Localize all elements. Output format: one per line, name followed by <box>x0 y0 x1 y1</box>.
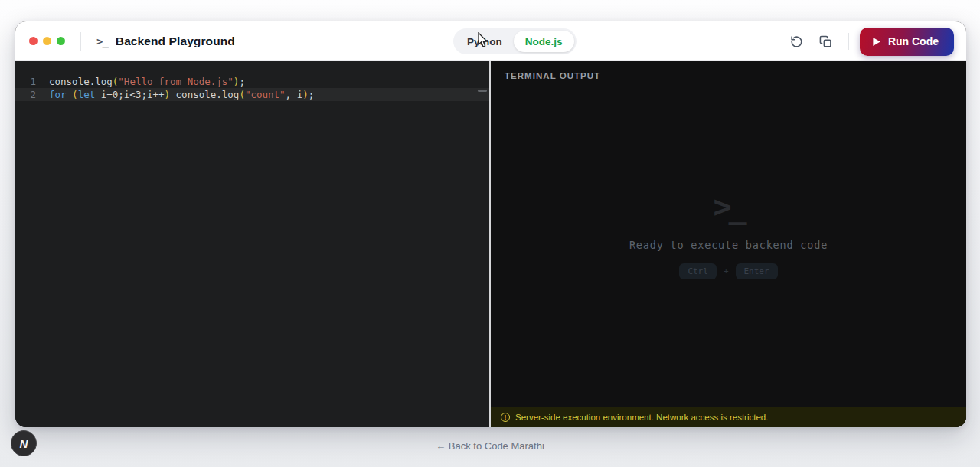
terminal-output-header: TERMINAL OUTPUT <box>491 61 966 90</box>
page-title: Backend Playground <box>116 34 235 48</box>
actions-divider <box>848 33 849 50</box>
shortcut-hint: Ctrl + Enter <box>679 263 777 279</box>
header-divider <box>80 32 81 51</box>
workspace: 1console.log("Hello from Node.js");2for … <box>15 61 966 427</box>
back-to-code-marathi-link[interactable]: ← Back to Code Marathi <box>0 440 980 452</box>
code-lines: 1console.log("Hello from Node.js");2for … <box>15 75 489 101</box>
editor-scrollbar-thumb[interactable] <box>478 90 487 92</box>
code-line[interactable]: 1console.log("Hello from Node.js"); <box>15 75 489 88</box>
traffic-light-dot[interactable] <box>43 37 51 45</box>
code-line-text: for (let i=0;i<3;i++) console.log("count… <box>49 88 314 101</box>
reset-icon[interactable] <box>786 30 808 53</box>
header-actions: Run Code <box>786 21 954 61</box>
traffic-light-dot[interactable] <box>29 37 38 45</box>
play-icon <box>872 37 881 47</box>
line-number: 1 <box>15 75 49 88</box>
terminal-prompt-icon: >_ <box>96 35 108 47</box>
terminal-placeholder-area: >_ Ready to execute backend code Ctrl + … <box>491 90 966 407</box>
restriction-warning-text: Server-side execution environment. Netwo… <box>515 413 768 422</box>
run-code-button[interactable]: Run Code <box>860 28 954 56</box>
playground-window: >_ Backend Playground Python Node.js <box>15 21 966 427</box>
traffic-lights[interactable] <box>29 37 65 45</box>
tab-nodejs[interactable]: Node.js <box>514 31 574 52</box>
run-code-label: Run Code <box>888 35 939 47</box>
language-tab-group: Python Node.js <box>453 28 577 54</box>
tab-python[interactable]: Python <box>456 31 514 52</box>
terminal-ready-message: Ready to execute backend code <box>629 239 828 251</box>
kbd-ctrl: Ctrl <box>679 263 717 279</box>
terminal-prompt-large-icon: >_ <box>713 191 743 222</box>
code-line-text: console.log("Hello from Node.js"); <box>49 75 245 88</box>
info-icon: ! <box>501 413 510 422</box>
kbd-enter: Enter <box>736 263 778 279</box>
line-number: 2 <box>15 88 49 101</box>
copy-icon[interactable] <box>815 30 838 53</box>
traffic-light-dot[interactable] <box>57 37 65 45</box>
kbd-separator: + <box>724 266 729 276</box>
window-header: >_ Backend Playground Python Node.js <box>15 21 966 61</box>
terminal-panel: TERMINAL OUTPUT >_ Ready to execute back… <box>491 61 966 427</box>
restriction-warning-bar: ! Server-side execution environment. Net… <box>491 407 966 427</box>
code-line[interactable]: 2for (let i=0;i<3;i++) console.log("coun… <box>15 88 489 101</box>
code-editor[interactable]: 1console.log("Hello from Node.js");2for … <box>15 61 489 427</box>
